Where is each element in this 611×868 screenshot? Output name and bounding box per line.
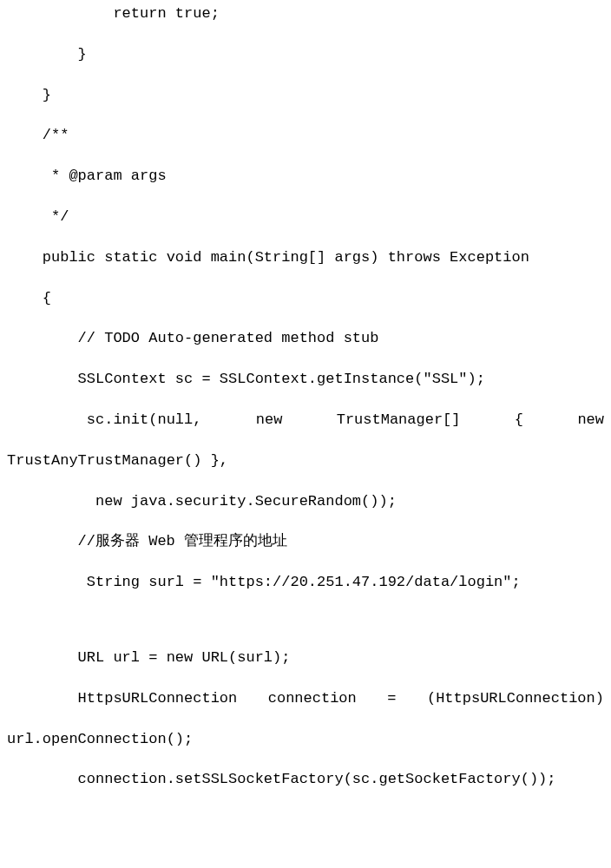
code-line: {	[7, 288, 604, 309]
code-fragment: connection	[268, 688, 357, 709]
code-fragment: sc.init(null,	[7, 410, 201, 431]
code-line: return true;	[7, 3, 604, 24]
code-block: return true; } } /** * @param args */ pu…	[0, 0, 611, 817]
blank-line	[7, 613, 604, 628]
code-fragment: HttpsURLConnection	[7, 688, 237, 709]
code-line: connection.setSSLSocketFactory(sc.getSoc…	[7, 769, 604, 790]
code-line: /**	[7, 125, 604, 146]
code-line: // TODO Auto-generated method stub	[7, 328, 604, 349]
code-line: }	[7, 85, 604, 106]
code-line: //服务器 Web 管理程序的地址	[7, 531, 604, 552]
code-line: URL url = new URL(surl);	[7, 648, 604, 668]
code-fragment: =	[387, 688, 396, 709]
code-fragment: TrustManager[]	[337, 410, 461, 431]
code-line: HttpsURLConnection connection = (HttpsUR…	[7, 688, 604, 709]
code-line: public static void main(String[] args) t…	[7, 247, 604, 268]
code-line: }	[7, 44, 604, 65]
code-line: * @param args	[7, 166, 604, 187]
code-line: TrustAnyTrustManager() },	[7, 450, 604, 471]
code-line: new java.security.SecureRandom());	[7, 491, 604, 512]
code-line: */	[7, 207, 604, 227]
code-line: sc.init(null, new TrustManager[] { new	[7, 410, 604, 431]
code-line: String surl = "https://20.251.47.192/dat…	[7, 572, 604, 593]
code-line: SSLContext sc = SSLContext.getInstance("…	[7, 369, 604, 390]
code-fragment: new	[256, 410, 283, 431]
code-fragment: {	[515, 410, 523, 431]
code-line: url.openConnection();	[7, 729, 604, 750]
code-fragment: (HttpsURLConnection)	[427, 688, 604, 709]
code-fragment: new	[577, 410, 604, 431]
